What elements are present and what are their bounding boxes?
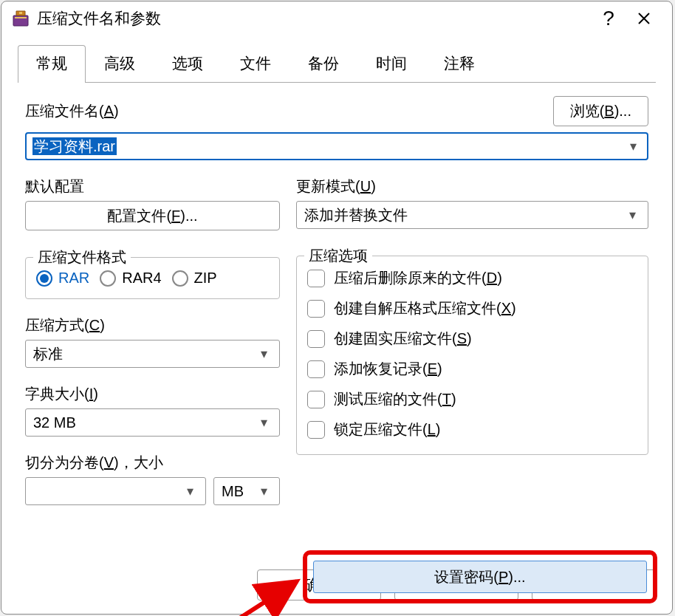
svg-rect-1	[15, 17, 27, 18]
dict-label: 字典大小(I)	[25, 384, 280, 404]
method-select[interactable]: 标准 ▾	[25, 340, 280, 368]
chevron-down-icon: ▾	[626, 138, 641, 154]
chevron-down-icon: ▾	[256, 483, 272, 499]
close-icon	[637, 11, 651, 26]
profile-button[interactable]: 配置文件(F)...	[25, 201, 280, 230]
radio-rar4[interactable]: RAR4	[100, 270, 161, 287]
tab-advanced[interactable]: 高级	[86, 45, 154, 83]
dict-select[interactable]: 32 MB ▾	[25, 408, 280, 437]
options-legend: 压缩选项	[304, 246, 372, 266]
profile-label: 默认配置	[25, 177, 280, 196]
check-sfx[interactable]: 创建自解压格式压缩文件(X)	[307, 298, 637, 318]
tab-options[interactable]: 选项	[154, 45, 222, 83]
method-label: 压缩方式(C)	[25, 315, 280, 335]
annotation-arrow	[227, 572, 308, 616]
chevron-down-icon: ▾	[256, 414, 272, 431]
check-lock[interactable]: 锁定压缩文件(L)	[307, 420, 637, 439]
svg-line-3	[230, 581, 297, 616]
update-label: 更新模式(U)	[296, 177, 648, 196]
tab-content: 压缩文件名(A) 浏览(B)... 学习资料.rar ▾ 默认配置 配置文件(F…	[1, 83, 672, 559]
split-size-combobox[interactable]: ▾	[25, 477, 206, 505]
radio-rar[interactable]: RAR	[36, 270, 89, 287]
tab-backup[interactable]: 备份	[289, 45, 357, 83]
winrar-icon	[12, 10, 30, 27]
check-solid[interactable]: 创建固实压缩文件(S)	[307, 329, 637, 349]
window-title: 压缩文件名和参数	[37, 8, 591, 29]
chevron-down-icon: ▾	[625, 207, 640, 223]
chevron-down-icon: ▾	[182, 483, 198, 499]
set-password-button[interactable]: 设置密码(P)...	[313, 561, 647, 593]
tab-time[interactable]: 时间	[357, 45, 425, 83]
split-label: 切分为分卷(V)，大小	[25, 453, 280, 473]
filename-combobox[interactable]: 学习资料.rar ▾	[25, 132, 648, 160]
check-delete-after[interactable]: 压缩后删除原来的文件(D)	[307, 268, 637, 288]
check-test[interactable]: 测试压缩的文件(T)	[307, 389, 637, 409]
split-unit-select[interactable]: MB ▾	[213, 477, 280, 505]
svg-rect-2	[19, 12, 22, 14]
browse-button[interactable]: 浏览(B)...	[553, 96, 648, 126]
filename-input[interactable]: 学习资料.rar	[32, 137, 626, 157]
format-legend: 压缩文件格式	[33, 247, 131, 267]
update-select[interactable]: 添加并替换文件 ▾	[296, 201, 648, 229]
dialog-window: 压缩文件名和参数 ? 常规 高级 选项 文件 备份 时间 注释 压缩文件名(A)…	[1, 1, 673, 615]
tab-general[interactable]: 常规	[18, 45, 86, 83]
tabs-container: 常规 高级 选项 文件 备份 时间 注释	[1, 35, 672, 83]
tab-files[interactable]: 文件	[222, 45, 289, 83]
radio-zip[interactable]: ZIP	[172, 270, 217, 287]
filename-label: 压缩文件名(A)	[25, 101, 119, 121]
password-highlight-box: 设置密码(P)...	[303, 550, 657, 603]
format-fieldset: 压缩文件格式 RAR RAR4 ZIP	[25, 257, 280, 299]
chevron-down-icon: ▾	[256, 346, 272, 362]
tab-comment[interactable]: 注释	[425, 45, 493, 83]
help-button[interactable]: ?	[591, 1, 626, 35]
check-recovery[interactable]: 添加恢复记录(E)	[307, 359, 637, 379]
titlebar: 压缩文件名和参数 ?	[1, 1, 672, 35]
close-button[interactable]	[626, 1, 662, 35]
tabs: 常规 高级 选项 文件 备份 时间 注释	[18, 44, 656, 83]
options-fieldset: 压缩选项 压缩后删除原来的文件(D) 创建自解压格式压缩文件(X) 创建固实压缩…	[296, 256, 648, 455]
